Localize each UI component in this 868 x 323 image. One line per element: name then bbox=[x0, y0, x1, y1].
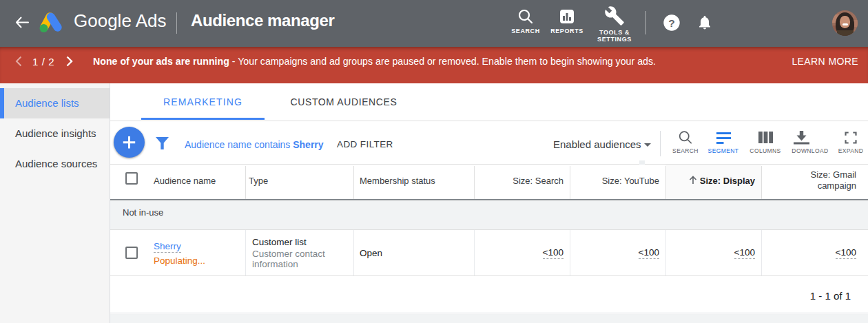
svg-text:?: ? bbox=[668, 17, 674, 29]
